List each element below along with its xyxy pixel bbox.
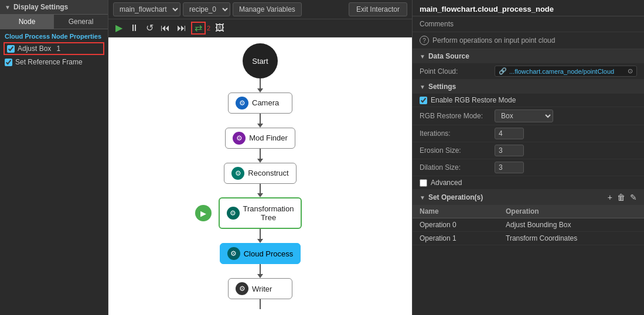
collapse-arrow-icon[interactable]: ▼ [5,4,11,11]
tab-general[interactable]: General [54,15,108,29]
right-panel: main_flowchart.cloud_process_node Commen… [413,0,644,315]
middle-top-toolbar: main_flowchart recipe_0 Manage Variables… [108,0,412,19]
op0-name: Operation 0 [413,218,499,232]
adjust-box-row: Adjust Box 1 [4,42,104,55]
enable-rgb-checkbox[interactable] [420,97,427,104]
edit-operation-button[interactable]: ✎ [630,193,637,202]
toolbar-label-2: 2 [207,25,210,32]
transform-icon: ⚙ [227,207,240,220]
display-settings-title: Display Settings [13,3,68,11]
op1-name: Operation 1 [413,232,499,245]
rgb-mode-row: RGB Restore Mode: Box [413,107,644,125]
col-operation-header: Operation [499,205,644,218]
refresh-button[interactable]: ↺ [144,22,156,34]
connector-7 [260,299,261,309]
advanced-checkbox[interactable] [420,179,427,187]
adjust-box-label: Adjust Box [18,44,51,53]
set-operations-label: Set Operation(s) [428,193,483,201]
writer-label: Writer [252,285,272,293]
writer-node[interactable]: ⚙ Writer [228,278,292,299]
camera-label: Camera [252,98,279,107]
writer-node-box[interactable]: ⚙ Writer [228,278,292,299]
ops-icons: + 🗑 ✎ [608,193,637,202]
reconstruct-label: Reconstruct [248,169,288,177]
operations-table: Name Operation Operation 0 Adjust Boundi… [413,205,644,245]
left-panel: ▼ Display Settings Node General Cloud Pr… [0,0,108,315]
modfinder-node-box[interactable]: ⚙ Mod Finder [225,128,295,149]
table-row[interactable]: Operation 1 Transform Coordinates [413,232,644,245]
modfinder-node[interactable]: ⚙ Mod Finder [225,128,295,149]
advanced-row: Advanced [413,176,644,190]
erosion-label: Erosion Size: [420,146,490,155]
camera-node-box[interactable]: ⚙ Camera [228,93,292,114]
arrow-3 [257,159,263,163]
arrow-1 [257,88,263,93]
point-cloud-link-icon[interactable]: ⊙ [628,67,633,75]
step-forward-button[interactable]: ⏭ [175,22,189,34]
connector-2 [260,114,261,124]
reconstruct-node[interactable]: ⚙ Reconstruct [224,163,296,184]
set-ops-arrow-icon[interactable]: ▼ [420,194,425,201]
play-button[interactable]: ▶ [113,22,125,34]
display-settings-header: ▼ Display Settings [0,0,108,15]
settings-section-header[interactable]: ▼ Settings [413,80,644,94]
table-row[interactable]: Operation 0 Adjust Bounding Box [413,218,644,232]
flowchart-dropdown[interactable]: main_flowchart [113,2,180,16]
transform-node-box[interactable]: ⚙ TransformationTree [219,197,302,229]
op1-operation: Transform Coordinates [499,232,644,245]
camera-node[interactable]: ⚙ Camera [228,93,292,114]
data-source-section-header[interactable]: ▼ Data Source [413,49,644,63]
start-label: Start [252,57,268,66]
add-operation-button[interactable]: + [608,193,612,202]
enable-rgb-row: Enable RGB Restore Mode [413,94,644,107]
connector-1 [260,78,261,88]
modfinder-icon: ⚙ [233,132,246,145]
erosion-input[interactable] [495,145,524,156]
iterations-input[interactable] [495,128,524,139]
cloudprocess-node[interactable]: ⚙ Cloud Process [220,243,301,264]
exit-interactor-button[interactable]: Exit Interactor [349,2,407,16]
cloudprocess-node-box[interactable]: ⚙ Cloud Process [220,243,301,264]
info-row: ? Perform operations on input point clou… [413,32,644,49]
set-reference-frame-label: Set Reference Frame [15,58,83,66]
cloud-process-node-properties-title: Cloud Process Node Properties [0,29,108,41]
toggle-button[interactable]: ⇄ [191,22,206,35]
delete-operation-button[interactable]: 🗑 [617,193,625,202]
camera-icon: ⚙ [236,97,248,109]
iterations-label: Iterations: [420,129,490,138]
erosion-row: Erosion Size: [413,142,644,159]
badge-1: 1 [56,44,60,53]
point-cloud-label: Point Cloud: [420,67,490,76]
rgb-mode-dropdown[interactable]: Box [495,109,553,122]
advanced-label: Advanced [431,179,462,187]
start-node-box[interactable]: Start [243,43,278,78]
connector-5 [260,229,261,239]
screenshot-button[interactable]: 🖼 [213,22,227,34]
arrow-2 [257,124,263,128]
tab-node[interactable]: Node [0,15,54,29]
right-panel-title: main_flowchart.cloud_process_node [413,0,644,16]
arrow-5 [257,239,263,243]
dilation-label: Dilation Size: [420,163,490,172]
connector-3 [260,149,261,159]
dilation-input[interactable] [495,162,524,173]
point-cloud-row: Point Cloud: 🔗 ...flowchart.camera_node/… [413,63,644,80]
skip-start-button[interactable]: ⏮ [158,22,172,34]
start-node[interactable]: Start [243,43,278,78]
recipe-dropdown[interactable]: recipe_0 [183,2,230,16]
enable-rgb-label: Enable RGB Restore Mode [431,96,516,104]
adjust-box-checkbox[interactable] [7,45,15,53]
flow-toolbar: ▶ ⏸ ↺ ⏮ ⏭ ⇄ 2 🖼 [108,19,412,37]
flow-canvas: Start ⚙ Camera ⚙ Mod Finder ⚙ Recon [108,37,412,315]
transform-node[interactable]: ▶ ⚙ TransformationTree [219,197,302,229]
set-reference-frame-checkbox[interactable] [5,59,12,66]
arrow-6 [257,274,263,278]
cloudprocess-icon: ⚙ [227,247,240,260]
pause-button[interactable]: ⏸ [127,22,141,34]
set-reference-frame-row: Set Reference Frame [0,56,108,68]
settings-arrow-icon: ▼ [420,84,425,90]
manage-variables-button[interactable]: Manage Variables [233,2,302,16]
point-cloud-value[interactable]: 🔗 ...flowchart.camera_node/pointCloud ⊙ [495,66,637,77]
play-side-icon[interactable]: ▶ [195,205,212,221]
reconstruct-node-box[interactable]: ⚙ Reconstruct [224,163,296,184]
